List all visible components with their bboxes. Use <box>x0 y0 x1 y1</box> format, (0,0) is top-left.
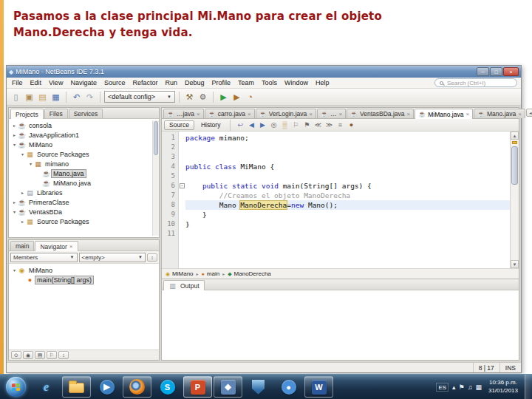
expander-icon[interactable]: ▸ <box>11 200 18 205</box>
undo-icon[interactable]: ↶ <box>70 91 83 103</box>
highlight-icon[interactable]: ▒ <box>279 120 290 130</box>
close-button[interactable]: × <box>503 67 519 76</box>
navigator-filter-select[interactable]: <empty> ▼ <box>79 253 146 262</box>
fold-gutter[interactable]: − <box>179 132 185 268</box>
editor-tab-verlogin-java[interactable]: ☕VerLogin.java× <box>256 109 316 118</box>
scrollbar-lane[interactable] <box>511 140 519 260</box>
title-bar[interactable]: ◆ MiMano - NetBeans IDE 7.3.1 ─ □ × <box>7 66 521 78</box>
find-selection-icon[interactable]: ◎ <box>268 120 279 130</box>
expander-icon[interactable]: ▸ <box>19 219 26 224</box>
close-tab-icon[interactable]: × <box>466 111 469 117</box>
navigator-tree[interactable]: ▾◉MiMano●main(String[] args) <box>9 264 159 349</box>
minimize-button[interactable]: ─ <box>477 67 489 76</box>
tree-item-source-packages[interactable]: ▸▦Source Packages <box>9 216 159 226</box>
code-line-9[interactable]: } <box>185 210 510 219</box>
menu-source[interactable]: Source <box>100 79 129 86</box>
history-view-button[interactable]: History <box>196 120 225 130</box>
taskbar-button-media-player[interactable]: ▶ <box>92 376 121 398</box>
projects-scrollbar[interactable] <box>152 120 159 236</box>
close-tab-icon[interactable]: × <box>518 111 522 117</box>
menu-refactor[interactable]: Refactor <box>129 79 161 86</box>
run-project-icon[interactable]: ▶ <box>217 91 230 103</box>
close-icon[interactable]: × <box>69 243 73 250</box>
clean-build-icon[interactable]: ⚙ <box>197 91 209 103</box>
menu-debug[interactable]: Debug <box>181 79 208 86</box>
fold-toggle-icon[interactable]: − <box>180 183 185 188</box>
tree-item-mimano[interactable]: ▾▦mimano <box>9 159 159 168</box>
expander-icon[interactable]: ▸ <box>11 123 18 128</box>
code-line-7[interactable]: //Creamos el objeto ManoDerecha <box>185 191 510 200</box>
expander-icon[interactable]: ▾ <box>19 151 26 157</box>
profile-project-icon[interactable]: ◔ <box>244 91 256 103</box>
scrollbar-thumb[interactable] <box>511 146 518 185</box>
menu-run[interactable]: Run <box>161 79 181 86</box>
network-icon[interactable]: ▦ <box>475 383 482 391</box>
tab-projects[interactable]: Projects <box>10 109 44 119</box>
taskbar-button-skype[interactable]: S <box>153 376 182 398</box>
scroll-up-button[interactable]: ▲ <box>511 132 519 140</box>
save-all-icon[interactable]: ▦ <box>50 91 62 103</box>
close-tab-icon[interactable]: × <box>197 111 200 117</box>
tab-files[interactable]: Files <box>44 109 68 118</box>
show-static-icon[interactable]: ▤ <box>35 351 45 359</box>
breadcrumb-manoderecha[interactable]: ◆ManoDerecha <box>228 270 271 277</box>
tree-item-mano-java[interactable]: ☕Mano.java <box>9 168 159 178</box>
tree-item-mimano[interactable]: ▾☕MiMano <box>9 140 159 149</box>
expander-icon[interactable]: ▸ <box>11 132 18 137</box>
tree-item-main-string-args[interactable]: ●main(String[] args) <box>9 275 159 284</box>
sort-alpha-icon[interactable]: ↕ <box>58 351 69 359</box>
menu-view[interactable]: View <box>45 79 66 86</box>
taskbar-button-explorer[interactable] <box>62 376 91 398</box>
expander-icon[interactable]: ▾ <box>27 161 34 166</box>
taskbar-button-powerpoint[interactable]: P <box>183 376 212 398</box>
previous-bookmark-icon[interactable]: ⚐ <box>290 120 301 130</box>
back-icon[interactable]: ◀ <box>246 120 256 130</box>
start-button[interactable] <box>6 377 26 397</box>
new-file-icon[interactable]: ▯ <box>10 91 22 103</box>
editor-tab-java[interactable]: ☕…java× <box>163 109 204 118</box>
volume-icon[interactable]: ♫ <box>468 383 473 391</box>
new-project-icon[interactable]: ▣ <box>23 91 35 103</box>
scrollbar-thumb[interactable] <box>154 121 158 155</box>
menu-window[interactable]: Window <box>281 79 312 86</box>
expander-icon[interactable]: ▾ <box>11 267 18 273</box>
editor-tab-mimano-java[interactable]: ☕MiMano.java× <box>415 109 473 119</box>
tree-item-mimano[interactable]: ▾◉MiMano <box>9 265 159 275</box>
taskbar-button-messenger[interactable]: ● <box>274 376 303 398</box>
expander-icon[interactable]: ▾ <box>11 209 18 214</box>
debug-project-icon[interactable]: ▶ <box>231 91 243 103</box>
taskbar-button-netbeans[interactable]: ◆ <box>214 376 242 398</box>
search-input[interactable]: Search (Ctrl+I) <box>434 78 517 87</box>
editor-tab-[interactable]: ☕…× <box>317 109 346 118</box>
tree-item-primeraclase[interactable]: ▸☕PrimeraClase <box>9 197 159 207</box>
show-desktop-button[interactable] <box>525 375 532 399</box>
editor-tab-carro-java[interactable]: ☕carro.java× <box>205 109 255 118</box>
taskbar-button-ie[interactable]: e <box>32 376 61 398</box>
maximize-button[interactable]: □ <box>490 67 502 76</box>
tree-item-source-packages[interactable]: ▾▦Source Packages <box>9 149 159 159</box>
code-line-4[interactable]: public class MiMano { <box>185 162 510 171</box>
next-bookmark-icon[interactable]: ⚑ <box>301 120 312 130</box>
build-project-icon[interactable]: ⚒ <box>183 91 196 103</box>
editor-tab-mano-java[interactable]: ☕Mano.java× <box>474 109 525 118</box>
code-line-10[interactable]: } <box>185 219 510 229</box>
tab-services[interactable]: Services <box>69 109 103 118</box>
taskbar-button-shield[interactable] <box>244 376 273 398</box>
projects-tree[interactable]: ▸☕consola▸☕JavaApplication1▾☕MiMano▾▦Sou… <box>9 119 159 237</box>
open-project-icon[interactable]: ▤ <box>36 91 49 103</box>
comment-icon[interactable]: ≡ <box>335 120 345 130</box>
tree-item-javaapplication1[interactable]: ▸☕JavaApplication1 <box>9 130 159 140</box>
expander-icon[interactable]: ▾ <box>11 142 18 147</box>
code-line-3[interactable] <box>185 152 510 162</box>
show-non-public-icon[interactable]: ⚐ <box>47 351 57 359</box>
menu-help[interactable]: Help <box>312 79 333 86</box>
editor-tab-ventasbda-java[interactable]: ☕VentasBDa.java× <box>347 109 414 118</box>
close-tab-icon[interactable]: × <box>407 111 411 117</box>
menu-navigate[interactable]: Navigate <box>66 79 100 86</box>
taskbar-button-firefox[interactable] <box>123 376 151 398</box>
previous-error-icon[interactable]: ≪ <box>313 120 323 130</box>
tab-main[interactable]: main <box>10 241 34 250</box>
code-editor[interactable]: 1234567891011 − package mimano; public c… <box>162 132 519 268</box>
source-view-button[interactable]: Source <box>164 120 194 130</box>
close-tab-icon[interactable]: × <box>248 111 251 117</box>
